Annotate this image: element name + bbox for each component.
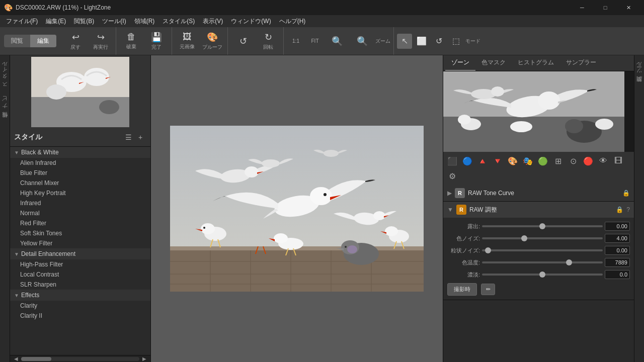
menu-styles[interactable]: スタイル(S) bbox=[158, 16, 199, 27]
style-blue-filter[interactable]: Blue Filter bbox=[10, 168, 150, 178]
tool-palette-button[interactable]: 🎭 bbox=[521, 154, 535, 168]
zoom-out-button[interactable]: 🔍 bbox=[325, 29, 349, 53]
color-noise-row: 色ノイズ: bbox=[447, 234, 630, 243]
scroll-left-button[interactable]: ◀ bbox=[12, 356, 20, 362]
zoom-11-button[interactable]: 1:1 bbox=[287, 29, 305, 53]
tab-sampler[interactable]: サンプラー bbox=[560, 55, 602, 71]
close-button[interactable]: ✕ bbox=[617, 0, 640, 15]
tool-green-button[interactable]: 🟢 bbox=[536, 154, 550, 168]
svg-point-22 bbox=[310, 187, 332, 205]
whitebox-tool-button[interactable]: ⬚ bbox=[448, 34, 463, 49]
zoom-fit-button[interactable]: FIT bbox=[306, 29, 324, 53]
menu-view[interactable]: 表示(V) bbox=[199, 16, 227, 27]
discard-button[interactable]: 🗑 破棄 bbox=[119, 29, 143, 53]
menu-region[interactable]: 領域(R) bbox=[130, 16, 159, 27]
redo-button[interactable]: ↪ 再実行 bbox=[89, 29, 113, 53]
grain-noise-thumb[interactable] bbox=[485, 247, 491, 253]
shoot-time-button[interactable]: 撮影時 bbox=[447, 283, 477, 296]
tool-adjust-button[interactable]: ⚙ bbox=[445, 169, 459, 183]
style-local-contrast[interactable]: Local Contrast bbox=[10, 269, 150, 280]
rotate-ccw-button[interactable]: ↺ bbox=[231, 29, 255, 53]
maximize-button[interactable]: □ bbox=[594, 0, 617, 15]
right-tab-adjust[interactable]: 調整 bbox=[634, 82, 644, 90]
proof-button[interactable]: 🎨 プルーフ bbox=[200, 29, 224, 53]
style-channel-mixer[interactable]: Channel Mixer bbox=[10, 178, 150, 188]
styles-add-button[interactable]: + bbox=[134, 131, 146, 143]
titlebar: 🎨 DSC00002.ARW (11%) - LightZone ─ □ ✕ bbox=[0, 0, 644, 15]
menu-window[interactable]: ウィンドウ(W) bbox=[227, 16, 275, 27]
style-normal[interactable]: Normal bbox=[10, 208, 150, 218]
exposure-slider[interactable] bbox=[482, 225, 603, 227]
tab-histogram[interactable]: ヒストグラム bbox=[512, 55, 560, 71]
raw-tone-curve-section[interactable]: ▶ R RAW Tone Curve 🔒 bbox=[443, 185, 634, 202]
crop-tool-button[interactable]: ⬜ bbox=[414, 34, 429, 49]
style-red-filter[interactable]: Red Filter bbox=[10, 218, 150, 228]
menu-view-browse[interactable]: 閲覧(B) bbox=[70, 16, 98, 27]
tint-slider[interactable] bbox=[482, 274, 603, 276]
color-temp-thumb[interactable] bbox=[566, 259, 572, 265]
color-noise-thumb[interactable] bbox=[521, 235, 527, 241]
style-high-key-portrait[interactable]: High Key Portrait bbox=[10, 188, 150, 198]
style-clarity-ii[interactable]: Clarity II bbox=[10, 311, 150, 321]
category-label-fx: Effects bbox=[21, 292, 39, 299]
grain-noise-value[interactable] bbox=[605, 246, 630, 255]
eyedropper-button[interactable]: ✏ bbox=[481, 284, 495, 295]
category-effects[interactable]: ▼ Effects bbox=[10, 290, 150, 301]
grain-noise-slider[interactable] bbox=[482, 249, 603, 251]
left-tab-nav[interactable]: ナビ bbox=[0, 96, 10, 116]
tab-zone[interactable]: ゾーン bbox=[445, 55, 475, 71]
tool-triangle-up-button[interactable]: 🔺 bbox=[475, 154, 490, 168]
tool-grid-button[interactable]: ⊞ bbox=[551, 154, 565, 168]
color-noise-value[interactable] bbox=[605, 234, 630, 243]
style-infrared[interactable]: Infrared bbox=[10, 198, 150, 208]
style-alien-infrared[interactable]: Alien Infrared bbox=[10, 158, 150, 168]
tool-red-button[interactable]: 🔴 bbox=[581, 154, 595, 168]
style-soft-skin-tones[interactable]: Soft Skin Tones bbox=[10, 228, 150, 238]
rotate-cw-button[interactable]: ↻ 回転 bbox=[256, 29, 280, 53]
tool-circle-button[interactable]: 🔵 bbox=[460, 154, 474, 168]
raw-adjust-lock-icon[interactable]: 🔒 bbox=[616, 206, 623, 213]
tool-zone-button[interactable]: ⬛ bbox=[445, 154, 459, 168]
tool-circle2-button[interactable]: ⊙ bbox=[566, 154, 580, 168]
exposure-thumb[interactable] bbox=[539, 223, 545, 229]
menu-help[interactable]: ヘルプ(H) bbox=[275, 16, 310, 27]
tint-value[interactable] bbox=[605, 270, 630, 279]
done-button[interactable]: 💾 完了 bbox=[144, 29, 169, 53]
style-clarity[interactable]: Clarity bbox=[10, 301, 150, 311]
menu-file[interactable]: ファイル(F) bbox=[2, 16, 42, 27]
raw-adjust-header[interactable]: ▼ R RAW 調整 🔒 ? bbox=[443, 202, 634, 218]
browse-button[interactable]: 閲覧 bbox=[4, 35, 30, 47]
left-tab-styles[interactable]: スタイル bbox=[0, 59, 10, 94]
scroll-track[interactable] bbox=[21, 357, 139, 361]
tool-mask-button[interactable]: 👁 bbox=[596, 154, 610, 168]
style-yellow-filter[interactable]: Yellow Filter bbox=[10, 238, 150, 248]
color-temp-value[interactable] bbox=[605, 258, 630, 267]
category-detail-enhancement[interactable]: ▼ Detail Enhancement bbox=[10, 248, 150, 259]
edit-button[interactable]: 編集 bbox=[30, 35, 56, 47]
undo-button[interactable]: ↩ 戻す bbox=[63, 29, 88, 53]
tool-film-button[interactable]: 🎞 bbox=[611, 154, 625, 168]
right-tab-tools[interactable]: ツール bbox=[634, 59, 644, 80]
revert-tool-button[interactable]: ↺ bbox=[431, 34, 446, 49]
minimize-button[interactable]: ─ bbox=[571, 0, 594, 15]
tool-triangle-down-button[interactable]: 🔻 bbox=[491, 154, 505, 168]
category-black-white[interactable]: ▼ Black & White bbox=[10, 147, 150, 158]
style-slr-sharpen[interactable]: SLR Sharpen bbox=[10, 280, 150, 290]
tool-color-wheel-button[interactable]: 🎨 bbox=[506, 154, 520, 168]
select-tool-button[interactable]: ↖ bbox=[397, 34, 412, 49]
tab-color-mask[interactable]: 色マスク bbox=[475, 55, 512, 71]
scroll-right-button[interactable]: ▶ bbox=[140, 356, 148, 362]
tone-curve-lock-icon[interactable]: 🔒 bbox=[622, 190, 630, 197]
original-button[interactable]: 🖼 元画像 bbox=[175, 29, 199, 53]
left-tab-info[interactable]: 情報 bbox=[0, 118, 10, 126]
menu-tools[interactable]: ツール(I) bbox=[98, 16, 130, 27]
tint-thumb[interactable] bbox=[539, 272, 545, 278]
color-noise-slider[interactable] bbox=[482, 237, 603, 239]
menu-edit[interactable]: 編集(E) bbox=[42, 16, 70, 27]
color-temp-slider[interactable] bbox=[482, 261, 603, 263]
exposure-value[interactable] bbox=[605, 222, 630, 231]
style-high-pass-filter[interactable]: High-Pass Filter bbox=[10, 259, 150, 269]
styles-list-view-button[interactable]: ☰ bbox=[122, 131, 134, 143]
zoom-in-button[interactable]: 🔍 bbox=[350, 29, 374, 53]
raw-adjust-info-icon[interactable]: ? bbox=[626, 206, 630, 213]
